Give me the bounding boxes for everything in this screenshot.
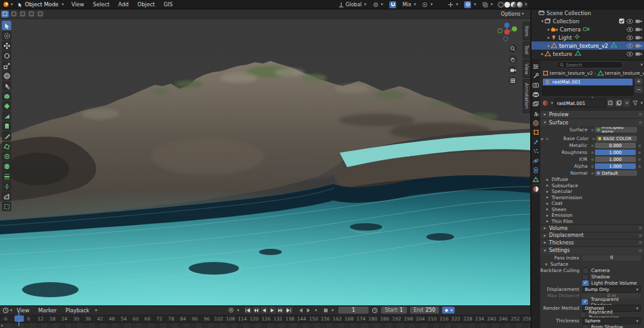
panel-displacement[interactable]: ▸Displacement≡ [540, 232, 644, 239]
snapping-dropdown[interactable]: Mix▾ [401, 2, 418, 8]
auto-keying-button[interactable] [228, 307, 235, 314]
material-name-field[interactable]: rastMat.001 [555, 99, 606, 107]
gizmo-y-axis[interactable] [512, 26, 517, 31]
shading-caret-icon[interactable]: ▾ [525, 2, 527, 7]
new-material-button[interactable] [615, 99, 622, 107]
alpha-slider[interactable]: 1.000 [595, 163, 636, 169]
subsection-transmission[interactable]: ▸Transmission [540, 195, 644, 201]
breadcrumb-item[interactable]: terrain_texture_v2 [543, 70, 593, 76]
camera-visibility-icon[interactable] [635, 19, 642, 24]
prev-keyframe-button[interactable] [253, 307, 260, 314]
checkbox-shadow[interactable] [582, 274, 589, 280]
decorator-dot[interactable] [591, 145, 594, 147]
checkbox-camera[interactable] [582, 268, 589, 274]
displacement-dropdown[interactable]: Bump Only▾ [582, 286, 641, 293]
shading-wireframe-button[interactable] [498, 2, 504, 8]
decorator-dot[interactable] [591, 165, 594, 168]
start-frame-field[interactable]: Start1 [381, 307, 407, 314]
camera-visibility-icon[interactable] [635, 52, 642, 57]
sidebar-tab-view[interactable]: View [523, 60, 530, 79]
outliner-row-scene-collection[interactable]: Scene Collection [531, 9, 644, 17]
properties-filter-caret[interactable]: ▾ [640, 62, 643, 67]
sidebar-tab-item[interactable]: Item [523, 22, 530, 40]
options-dropdown[interactable]: Options▾ [501, 11, 524, 17]
shading-rendered-button[interactable] [517, 2, 523, 8]
checkbox-transparent-shadows[interactable]: ✓ [582, 299, 588, 305]
properties-editor-type-icon[interactable] [531, 62, 540, 71]
hide-eye-icon[interactable] [626, 43, 633, 48]
menu-gis[interactable]: GIS [159, 1, 177, 8]
end-frame-field[interactable]: End250 [410, 307, 439, 314]
menu-object[interactable]: Object [133, 1, 159, 8]
subsection-coat[interactable]: ▸Coat [540, 200, 644, 207]
properties-tab-object[interactable] [531, 128, 540, 137]
pivot-point-dropdown[interactable]: ▾ [371, 2, 386, 8]
play-button[interactable] [269, 307, 276, 314]
pass-index-field[interactable]: 0 [582, 255, 641, 261]
keying-set-icon[interactable] [322, 307, 329, 314]
tool-move[interactable] [2, 41, 11, 50]
expand-caret-icon[interactable]: ▾ [540, 19, 545, 24]
subsection-subsurface[interactable]: ▸Subsurface [540, 183, 644, 189]
jump-to-start-button[interactable] [245, 307, 252, 314]
expand-caret-icon[interactable]: ▸ [540, 136, 545, 141]
shading-material-button[interactable] [511, 2, 516, 8]
channel-expand-icon[interactable]: ▸ [1, 323, 4, 328]
properties-tab-particles[interactable] [531, 146, 540, 156]
frame-step-back-button[interactable] [297, 307, 304, 314]
play-reverse-button[interactable] [261, 307, 268, 314]
gizmo-x-axis[interactable] [504, 30, 509, 35]
frame-step-forward-button[interactable] [306, 307, 313, 314]
decorator-dot[interactable] [591, 172, 594, 175]
perspective-toggle-icon[interactable] [509, 77, 517, 85]
remove-slot-button[interactable]: − [635, 86, 643, 93]
decorator-dot[interactable] [591, 151, 594, 154]
zoom-icon[interactable] [509, 45, 517, 53]
select-mode-extend-button[interactable] [10, 11, 18, 18]
checkbox-from-shadow[interactable] [582, 324, 589, 328]
tool-add-cube[interactable] [2, 202, 11, 211]
properties-tab-view-layer[interactable] [531, 99, 540, 109]
next-keyframe-button[interactable] [277, 307, 284, 314]
normal-button[interactable]: Default [595, 170, 637, 176]
decorator-dot[interactable] [591, 158, 594, 161]
gizmos-dropdown[interactable]: ▾ [446, 2, 460, 8]
fake-user-button[interactable] [607, 99, 614, 107]
outliner-row-light[interactable]: ▸Light [531, 33, 644, 41]
expand-caret-icon[interactable]: ▸ [547, 27, 551, 32]
outliner-row-terrain-texture-v2[interactable]: ▸terrain_texture_v2 [531, 41, 644, 50]
camera-visibility-icon[interactable] [635, 35, 642, 40]
properties-tab-scene[interactable] [531, 109, 540, 118]
blender-logo-menu[interactable] [3, 1, 9, 8]
menu-view[interactable]: View [67, 1, 89, 8]
select-mode-subtract-button[interactable] [19, 11, 26, 18]
tool-select-box[interactable] [2, 21, 11, 30]
panel-volume[interactable]: ▸Volume≡ [540, 224, 644, 232]
surface-button[interactable]: Principled BSDF [595, 127, 637, 133]
decorator-dot[interactable] [591, 129, 594, 131]
subsection-specular[interactable]: ▸Specular [540, 189, 644, 195]
snap-toggle[interactable] [387, 1, 398, 8]
checkbox-light-probe-volume[interactable]: ✓ [582, 280, 589, 287]
hide-eye-icon[interactable] [626, 19, 633, 24]
material-slot[interactable]: rastMat.001 [543, 79, 633, 85]
timeline-ruler[interactable]: 1 -6612182430364248546066727884909610210… [0, 315, 530, 323]
metallic-slider[interactable]: 0.000 [595, 143, 636, 148]
tool-measure[interactable] [2, 192, 11, 201]
expand-caret-icon[interactable]: ▸ [547, 35, 551, 40]
outliner-row-texture[interactable]: ▸texture [531, 50, 644, 58]
sidebar-tab-tool[interactable]: Tool [523, 41, 530, 58]
unlink-material-button[interactable]: × [623, 99, 630, 107]
tool-loop-cut[interactable] [2, 121, 11, 131]
select-mode-new-button[interactable] [1, 11, 9, 18]
tool-shrink-fatten[interactable] [2, 182, 11, 191]
properties-tab-modifiers[interactable] [531, 137, 540, 146]
timeline-menu-playback[interactable]: Playback [61, 307, 94, 314]
panel-surface[interactable]: ▾Surface≡ [540, 118, 644, 126]
tool-spin[interactable] [2, 151, 11, 161]
tool-extrude-region[interactable] [2, 91, 11, 101]
animate-dot[interactable] [638, 145, 641, 147]
tool-annotate[interactable] [2, 81, 11, 90]
outliner-row-camera[interactable]: ▸Camera [531, 25, 644, 33]
timeline-menu-marker[interactable]: Marker [34, 307, 61, 314]
